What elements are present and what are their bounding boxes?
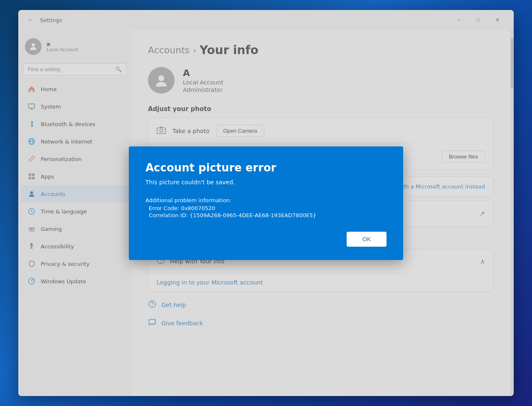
modal-title: Account picture error [145, 161, 387, 174]
error-code: Error Code: 0x80070520 [145, 205, 387, 211]
modal-footer: OK [145, 232, 387, 247]
additional-label: Additional problem information: [145, 197, 387, 203]
modal-description: This picture couldn't be saved. [145, 179, 387, 186]
ok-button[interactable]: OK [347, 232, 387, 247]
modal-overlay: Account picture error This picture could… [18, 10, 514, 396]
modal-additional-info: Additional problem information: Error Co… [145, 197, 387, 218]
settings-window: ← Settings – □ ✕ a Local Account [18, 10, 514, 396]
error-modal: Account picture error This picture could… [129, 146, 403, 260]
correlation-id: Correlation ID: {1509A268-0965-4DEE-AE68… [145, 212, 387, 218]
